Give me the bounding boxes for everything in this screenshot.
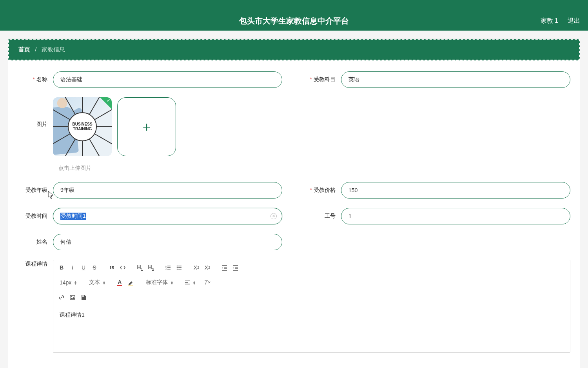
h1-button[interactable]: H1 — [135, 262, 145, 273]
image-button[interactable] — [67, 292, 78, 302]
svg-text:3: 3 — [165, 268, 167, 270]
teacher-label: 姓名 — [36, 239, 47, 245]
underline-button[interactable]: U — [78, 262, 89, 273]
detail-label: 课程详情 — [25, 261, 47, 267]
price-input[interactable] — [341, 182, 570, 199]
rich-text-editor: B I U S — [53, 260, 570, 353]
uploaded-image-thumb[interactable]: BUSINESSTRAINING — [53, 97, 112, 156]
quote-button[interactable] — [107, 262, 117, 273]
editor-toolbar: B I U S — [53, 260, 570, 305]
align-button[interactable] — [182, 277, 192, 288]
breadcrumb-home[interactable]: 首页 — [18, 46, 30, 53]
ordered-list-button[interactable]: 123 — [163, 262, 173, 273]
logout-link[interactable]: 退出 — [568, 17, 580, 25]
paragraph-select[interactable]: 文本 ▴▾ — [86, 277, 107, 288]
upload-hint: 点击上传图片 — [58, 165, 570, 172]
bold-button[interactable]: B — [56, 262, 67, 273]
clear-format-button[interactable]: T✕ — [202, 277, 212, 288]
app-header: 包头市大学生家教信息中介平台 家教 1 退出 — [0, 0, 588, 31]
font-color-button[interactable]: A — [114, 277, 125, 288]
time-label: 受教时间 — [25, 213, 47, 219]
name-input[interactable] — [53, 71, 282, 88]
svg-point-8 — [71, 296, 72, 297]
strike-button[interactable]: S — [89, 262, 100, 273]
unordered-list-button[interactable] — [174, 262, 184, 273]
subject-label: 受教科目 — [314, 76, 336, 82]
save-button[interactable] — [78, 292, 89, 302]
breadcrumb-current: 家教信息 — [42, 46, 65, 53]
empno-label: 工号 — [325, 213, 336, 219]
svg-point-4 — [177, 267, 178, 268]
chevron-updown-icon: ▴▾ — [193, 281, 195, 284]
link-button[interactable] — [56, 292, 67, 302]
editor-content[interactable]: 课程详情1 — [53, 305, 570, 352]
font-family-select[interactable]: 标准字体 ▴▾ — [143, 277, 175, 288]
header-user[interactable]: 家教 1 — [541, 17, 558, 25]
superscript-button[interactable]: X2 — [202, 262, 212, 273]
svg-rect-6 — [128, 285, 133, 286]
name-label: 名称 — [36, 76, 47, 82]
h2-button[interactable]: H2 — [146, 262, 156, 273]
subscript-button[interactable]: X2 — [191, 262, 201, 273]
header-scallop — [0, 0, 588, 11]
chevron-updown-icon: ▴▾ — [171, 281, 173, 284]
upload-success-icon — [100, 97, 112, 109]
svg-point-3 — [177, 266, 178, 267]
breadcrumb-separator: / — [35, 46, 36, 53]
time-input-selected-text: 受教时间1 — [60, 213, 86, 220]
italic-button[interactable]: I — [67, 262, 78, 273]
chevron-updown-icon: ▴▾ — [74, 281, 76, 284]
chevron-updown-icon: ▴▾ — [103, 281, 105, 284]
highlight-button[interactable] — [125, 277, 136, 288]
grade-label: 受教年级 — [25, 187, 47, 193]
grade-input[interactable] — [53, 182, 282, 199]
svg-point-5 — [177, 269, 178, 270]
upload-add-button[interactable]: ＋ — [117, 97, 176, 156]
font-size-select[interactable]: 14px ▴▾ — [56, 277, 79, 288]
price-label: 受教价格 — [314, 187, 336, 193]
image-label: 图片 — [36, 121, 47, 127]
plus-icon: ＋ — [140, 118, 153, 136]
subject-input[interactable] — [341, 71, 570, 88]
code-button[interactable] — [118, 262, 128, 273]
empno-input[interactable] — [341, 208, 570, 224]
app-title: 包头市大学生家教信息中介平台 — [239, 16, 349, 26]
clear-icon[interactable]: ✕ — [270, 213, 277, 219]
teacher-input[interactable] — [53, 234, 282, 250]
time-input[interactable]: 受教时间1 — [53, 208, 282, 224]
indent-increase-button[interactable] — [230, 262, 241, 273]
breadcrumb: 首页 / 家教信息 — [8, 39, 580, 60]
indent-decrease-button[interactable] — [220, 262, 230, 273]
